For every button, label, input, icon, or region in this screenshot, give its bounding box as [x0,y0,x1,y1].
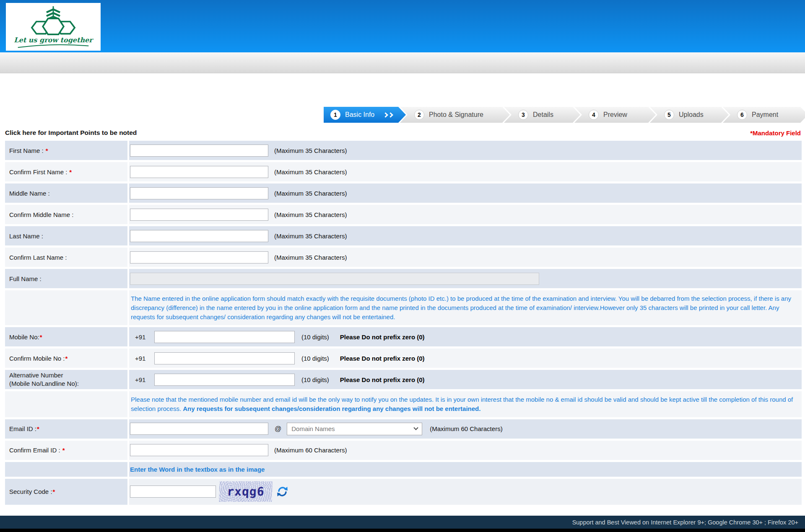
confirm-first-name-label: Confirm First Name : [9,168,67,176]
row-confirm-last-name: Confirm Last Name : (Maximum 35 Characte… [5,248,802,267]
domain-names-select[interactable]: Domain Names [287,423,422,435]
step-number-badge: 6 [737,110,747,120]
mandatory-field-note: *Mandatory Field [750,129,801,137]
confirm-last-name-input[interactable] [130,251,268,263]
full-name-readonly-input [130,273,539,285]
basic-info-form: First Name :* (Maximum 35 Characters) Co… [5,141,802,505]
required-asterisk: * [46,147,48,154]
max35-hint: (Maximum 35 Characters) [274,168,347,176]
email-input[interactable] [130,423,268,435]
row-confirm-middle-name: Confirm Middle Name : (Maximum 35 Charac… [5,205,802,224]
step-label: Details [533,111,553,119]
no-prefix-zero-hint: Please Do not prefix zero (0) [340,333,425,341]
last-name-input[interactable] [130,230,268,242]
row-contact-note: Please note that the mentioned mobile nu… [5,391,802,417]
domain-select-value: Domain Names [291,425,335,432]
middle-name-input[interactable] [130,187,268,199]
step-number-badge: 1 [330,110,340,120]
step-label: Uploads [679,111,704,119]
required-asterisk: * [53,488,55,495]
email-label: Email ID : [9,425,36,432]
step-number-badge: 3 [518,110,528,120]
ten-digits-hint: (10 digits) [301,333,329,341]
step-number-badge: 2 [414,110,424,120]
secondary-nav-bar [0,52,805,73]
confirm-last-name-label: Confirm Last Name : [9,254,67,261]
captcha-image: rxqg6 [219,481,273,502]
contact-validity-note: Please note that the mentioned mobile nu… [130,391,802,417]
security-code-input[interactable] [130,486,216,498]
step-label: Payment [752,111,778,119]
browser-support-text: Support and Best Viewed on Internet Expl… [572,519,798,526]
full-name-label: Full Name : [9,275,42,282]
at-symbol: @ [275,425,281,433]
confirm-mobile-label: Confirm Mobile No : [9,355,65,362]
row-middle-name: Middle Name : (Maximum 35 Characters) [5,183,802,203]
row-alternative-number: Alternative Number (Mobile No/Landline N… [5,370,802,389]
confirm-mobile-input[interactable] [154,352,295,364]
tagline-swoosh [13,44,93,49]
logo-tagline: Let us grow together [14,36,92,44]
confirm-middle-name-input[interactable] [130,209,268,221]
alt-number-label-line2: (Mobile No/Landline No): [9,380,79,388]
no-prefix-zero-hint: Please Do not prefix zero (0) [340,376,425,383]
support-footer: Support and Best Viewed on Internet Expl… [0,516,805,529]
captcha-instruction: Enter the Word in the textbox as in the … [130,466,265,473]
max35-hint: (Maximum 35 Characters) [274,211,347,218]
step-preview[interactable]: 4 Preview [574,107,656,123]
step-payment[interactable]: 6 Payment [723,107,805,123]
row-confirm-first-name: Confirm First Name :* (Maximum 35 Charac… [5,162,802,181]
form-meta-row: Click here for Important Points to be no… [5,129,801,137]
step-label: Basic Info [345,111,374,119]
required-asterisk: * [69,168,72,176]
step-details[interactable]: 3 Details [504,107,580,123]
required-asterisk: * [65,355,68,362]
step-label: Preview [603,111,627,119]
confirm-email-input[interactable] [130,444,268,456]
security-code-label: Security Code : [9,488,52,495]
first-name-label: First Name : [9,147,44,154]
confirm-email-label: Confirm Email ID : [9,447,60,454]
max60-hint: (Maximum 60 Characters) [430,425,502,432]
alternative-number-input[interactable] [154,374,295,386]
org-logo: Let us grow together [6,3,101,51]
max35-hint: (Maximum 35 Characters) [274,190,347,197]
confirm-middle-name-label: Confirm Middle Name : [9,211,73,218]
double-chevron-icon [382,113,392,117]
step-uploads[interactable]: 5 Uploads [650,107,729,123]
row-full-name: Full Name : [5,269,802,288]
refresh-captcha-icon[interactable] [276,486,288,498]
top-header-bar: Let us grow together [0,0,805,52]
country-code-prefix: +91 [135,355,148,362]
last-name-label: Last Name : [9,232,43,240]
alt-number-label-line1: Alternative Number [9,371,79,380]
row-mobile: Mobile No:* +91 (10 digits) Please Do no… [5,327,802,346]
step-photo-signature[interactable]: 2 Photo & Signature [400,107,510,123]
mobile-input[interactable] [154,331,295,343]
mobile-label: Mobile No: [9,333,39,341]
name-match-note: The Name entered in the online applicati… [130,290,802,325]
country-code-prefix: +91 [135,376,148,383]
row-first-name: First Name :* (Maximum 35 Characters) [5,141,802,160]
ten-digits-hint: (10 digits) [301,355,329,362]
step-label: Photo & Signature [429,111,483,119]
confirm-first-name-input[interactable] [130,166,268,178]
max35-hint: (Maximum 35 Characters) [274,232,347,240]
required-asterisk: * [40,333,42,341]
ten-digits-hint: (10 digits) [301,376,329,383]
step-number-badge: 4 [589,110,599,120]
required-asterisk: * [37,425,39,432]
row-last-name: Last Name : (Maximum 35 Characters) [5,226,802,245]
row-confirm-mobile: Confirm Mobile No :* +91 (10 digits) Ple… [5,349,802,368]
row-confirm-email: Confirm Email ID :* (Maximum 60 Characte… [5,441,802,460]
step-basic-info[interactable]: 1 Basic Info [324,107,406,123]
contact-note-bold: Any requests for subsequent changes/cons… [183,405,480,412]
bottom-black-strip [0,529,805,532]
country-code-prefix: +91 [135,333,148,341]
first-name-input[interactable] [130,145,268,157]
row-captcha-instruction: Enter the Word in the textbox as in the … [5,462,802,477]
max35-hint: (Maximum 35 Characters) [274,147,347,154]
rcf-emblem-icon [13,5,93,37]
chevron-down-icon [414,425,418,430]
important-points-link[interactable]: Click here for Important Points to be no… [5,129,137,137]
